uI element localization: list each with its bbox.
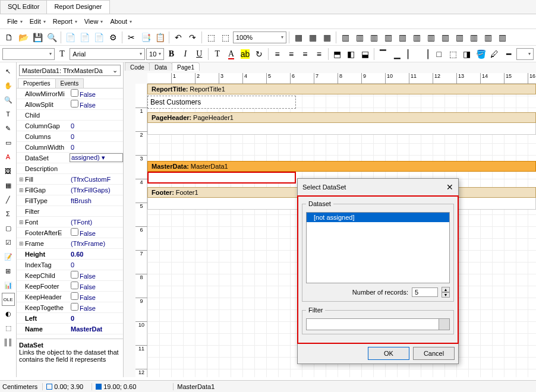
prop-row-frame[interactable]: ⊞Frame(TfrxFrame) (17, 238, 123, 249)
center-v-button[interactable] (467, 31, 480, 44)
page-header-body[interactable] (147, 123, 536, 135)
valign-top-button[interactable]: ⬒ (331, 48, 343, 61)
text-tool[interactable]: T (2, 108, 15, 121)
prop-row-fill[interactable]: ⊞Fill(TfrxCustomF (17, 174, 123, 185)
spinner-up-button[interactable]: ▲ (442, 287, 450, 292)
align-right-edges-button[interactable] (367, 31, 380, 44)
paste-button[interactable] (153, 31, 166, 44)
richtext-tool[interactable]: 📝 (2, 250, 15, 263)
space-h-button[interactable] (424, 31, 437, 44)
save-button[interactable] (31, 31, 44, 44)
center-h-button[interactable] (453, 31, 466, 44)
barcode-tool[interactable]: ║║ (2, 336, 15, 349)
align-middles-button[interactable] (396, 31, 409, 44)
subreport-tool[interactable]: ▦ (2, 179, 15, 192)
tab-code[interactable]: Code (125, 62, 150, 71)
prop-row-keeptogethe[interactable]: KeepTogetheFalse (17, 302, 123, 313)
memo-tool[interactable]: A (2, 150, 15, 163)
tab-page1[interactable]: Page1 (172, 62, 200, 71)
picture-tool[interactable]: 🖼 (2, 165, 15, 178)
text-align-justify-button[interactable]: ≡ (313, 48, 325, 61)
checkbox-tool[interactable]: ☑ (2, 236, 15, 249)
text-align-center-button[interactable]: ≡ (285, 48, 297, 61)
dataset-listbox[interactable]: [not assigned] (306, 212, 450, 283)
fill-color-button[interactable]: 🪣 (474, 48, 487, 61)
prop-row-allowmirrormi[interactable]: AllowMirrorMiFalse (17, 88, 123, 99)
ungroup-button[interactable] (219, 31, 232, 44)
align-centers-button[interactable] (353, 31, 366, 44)
prop-row-font[interactable]: ⊞Font(TFont) (17, 217, 123, 227)
ole-tool[interactable]: OLE (2, 293, 15, 306)
prop-row-fillgap[interactable]: ⊞FillGap(TfrxFillGaps) (17, 185, 123, 195)
delete-page-button[interactable] (92, 31, 105, 44)
frame-bottom-button[interactable]: ▁ (390, 48, 403, 61)
frame-right-button[interactable]: ▕ (418, 48, 431, 61)
zoom-tool[interactable]: 🔍 (2, 93, 15, 106)
undo-button[interactable] (172, 31, 185, 44)
report-title-band[interactable]: ReportTitle: ReportTitle1 (147, 84, 536, 94)
spinner-down-button[interactable]: ▼ (442, 292, 450, 298)
prop-row-keepfooter[interactable]: KeepFooterFalse (17, 281, 123, 292)
snap-button[interactable] (306, 31, 319, 44)
prop-row-keepheader[interactable]: KeepHeaderFalse (17, 292, 123, 302)
same-height-button[interactable] (496, 31, 509, 44)
num-records-input[interactable] (412, 287, 438, 297)
prop-row-keepchild[interactable]: KeepChildFalse (17, 270, 123, 281)
valign-middle-button[interactable]: ◧ (345, 48, 357, 61)
prop-row-allowsplit[interactable]: AllowSplitFalse (17, 99, 123, 110)
menu-edit[interactable]: Edit (27, 17, 48, 26)
font-color-button[interactable] (225, 48, 237, 61)
tab-sql-editor[interactable]: SQL Editor (0, 0, 47, 14)
frame-color-button[interactable]: 🖊 (488, 48, 501, 61)
menu-about[interactable]: About (108, 17, 134, 26)
shape-tool[interactable]: ▢ (2, 222, 15, 235)
valign-bottom-button[interactable]: ⬓ (359, 48, 371, 61)
master-data-body[interactable] (147, 172, 296, 184)
frame-left-button[interactable]: ▏ (405, 48, 417, 61)
filter-browse-button[interactable] (439, 319, 449, 330)
add-dialog-button[interactable] (78, 31, 91, 44)
grid-button[interactable] (292, 31, 305, 44)
ok-button[interactable]: OK (368, 347, 409, 360)
page-settings-button[interactable] (106, 31, 119, 44)
prop-row-description[interactable]: Description (17, 163, 123, 174)
underline-button[interactable] (193, 48, 206, 61)
prop-row-footeraftere[interactable]: FooterAfterEFalse (17, 227, 123, 238)
prop-row-child[interactable]: Child (17, 110, 123, 121)
frame-width-combo[interactable] (516, 48, 534, 60)
font-combo[interactable]: Arial (70, 48, 145, 60)
select-tool[interactable]: ↖ (2, 65, 15, 78)
prop-row-left[interactable]: Left0 (17, 313, 123, 324)
menu-report[interactable]: Report (51, 17, 80, 26)
bold-button[interactable] (165, 48, 178, 61)
group-button[interactable] (204, 31, 217, 44)
band-tool[interactable]: ▭ (2, 136, 15, 149)
frame-all-button[interactable]: □ (433, 48, 445, 61)
highlight-button[interactable] (239, 48, 251, 61)
redo-button[interactable] (186, 31, 199, 44)
chart-tool[interactable]: 📊 (2, 279, 15, 292)
space-v-button[interactable] (439, 31, 452, 44)
frame-style-button[interactable]: ━ (502, 48, 515, 61)
align-tops-button[interactable] (381, 31, 395, 44)
page-header-band[interactable]: PageHeader: PageHeader1 (147, 112, 536, 123)
dialog-close-button[interactable]: ✕ (446, 182, 453, 192)
hand-tool[interactable]: ✋ (2, 79, 15, 92)
frame-top-button[interactable]: ▔ (377, 48, 389, 61)
italic-button[interactable] (179, 48, 191, 61)
prop-row-name[interactable]: NameMasterDat (17, 324, 123, 334)
preview-button[interactable] (45, 31, 58, 44)
other-tool[interactable]: ⬚ (2, 321, 15, 334)
add-page-button[interactable] (64, 31, 77, 44)
tab-properties[interactable]: Properties (18, 78, 56, 88)
prop-row-columnwidth[interactable]: ColumnWidth0 (17, 142, 123, 153)
gradient-tool[interactable]: ◐ (2, 307, 15, 320)
align-bottoms-button[interactable] (410, 31, 423, 44)
line-tool[interactable]: ╱ (2, 193, 15, 206)
format-tool[interactable]: ✎ (2, 122, 15, 135)
new-button[interactable] (2, 31, 15, 44)
property-grid[interactable]: AllowMirrorMiFalseAllowSplitFalseChildCo… (17, 88, 123, 339)
rotate-button[interactable]: ↻ (253, 48, 265, 61)
dataset-item-not-assigned[interactable]: [not assigned] (307, 213, 449, 222)
object-combo[interactable]: MasterData1: TfrxMasterDa (19, 65, 121, 76)
